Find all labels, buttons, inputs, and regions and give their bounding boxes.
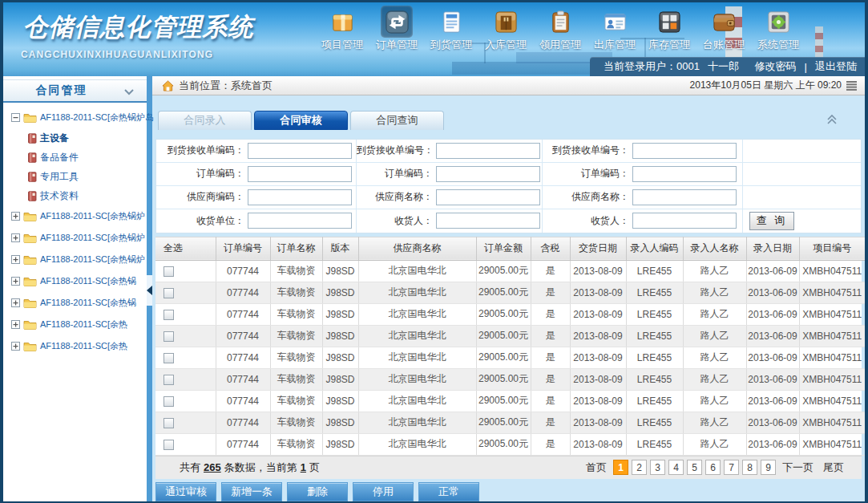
package-icon <box>330 10 355 34</box>
table-footer: 共有265条数据，当前第1页 首页123456789下一页尾页 <box>155 456 862 479</box>
nav-item-台账管理[interactable]: 台账管理 <box>696 6 751 52</box>
row-checkbox[interactable] <box>164 331 174 342</box>
row-checkbox[interactable] <box>164 418 174 428</box>
action-button-停用[interactable]: 停用 <box>353 482 414 501</box>
table-cell: 2013-06-09 <box>746 368 799 390</box>
table-cell: J98SD <box>322 390 358 412</box>
pager-page-1[interactable]: 1 <box>613 460 628 475</box>
tree-item[interactable]: 技术资料 <box>3 186 147 205</box>
form-input[interactable] <box>632 166 737 182</box>
current-user-label: 当前登录用户：0001 <box>604 59 700 74</box>
pager-page-3[interactable]: 3 <box>650 460 665 475</box>
logout-link[interactable]: 退出登陆 <box>815 59 857 74</box>
pager-page-9[interactable]: 9 <box>761 460 776 475</box>
nav-item-项目管理[interactable]: 项目管理 <box>315 6 369 52</box>
tree-item[interactable]: AF1188-2011-SC[余热 <box>3 314 147 335</box>
nav-item-领用管理[interactable]: 领用管理 <box>533 6 587 52</box>
table-cell: 是 <box>531 260 570 282</box>
tab-合同审核[interactable]: 合同审核 <box>254 111 348 130</box>
action-button-通过审核[interactable]: 通过审核 <box>155 482 216 501</box>
tree-item[interactable]: AF1188-2011-SC[余热锅炉 <box>3 249 147 270</box>
tree-item[interactable]: 备品备件 <box>3 148 147 167</box>
row-checkbox[interactable] <box>164 396 174 407</box>
column-header: 全选 <box>155 237 216 260</box>
table-cell: LRE455 <box>626 412 683 433</box>
plus-box-icon[interactable] <box>11 212 20 221</box>
nav-item-到货管理[interactable]: 到货管理 <box>424 6 478 52</box>
clipboard-icon <box>548 10 573 34</box>
minus-box-icon[interactable] <box>11 113 20 122</box>
form-input[interactable] <box>632 213 737 229</box>
pager-page-6[interactable]: 6 <box>705 460 721 475</box>
row-checkbox[interactable] <box>164 310 174 320</box>
pager-page-4[interactable]: 4 <box>668 460 684 475</box>
tab-合同查询[interactable]: 合同查询 <box>350 111 444 130</box>
change-password-link[interactable]: 修改密码 <box>755 59 797 74</box>
tree-item[interactable]: AF1188-2011-SC[余热 <box>3 335 147 357</box>
form-input[interactable] <box>436 213 540 229</box>
table-cell: LRE455 <box>626 433 683 455</box>
table-cell: J98SD <box>322 303 358 325</box>
menu-lines-icon[interactable] <box>846 81 857 91</box>
nav-item-出库管理[interactable]: 出库管理 <box>587 6 642 52</box>
table-cell: 车载物资 <box>270 325 322 347</box>
pager-page-7[interactable]: 7 <box>724 460 739 475</box>
column-header: 录入人编码 <box>626 237 683 260</box>
form-input[interactable] <box>248 213 352 229</box>
form-input[interactable] <box>632 143 737 159</box>
pager-first[interactable]: 首页 <box>586 460 607 475</box>
table-cell: 077744 <box>216 412 270 433</box>
tree-item[interactable]: AF1188-2011-SC[余热锅 <box>3 292 147 314</box>
search-button[interactable]: 查 询 <box>749 212 794 230</box>
action-button-正常[interactable]: 正常 <box>418 482 479 501</box>
plus-box-icon[interactable] <box>11 233 20 242</box>
form-input[interactable] <box>436 189 540 205</box>
plus-box-icon[interactable] <box>11 255 20 264</box>
tree-item[interactable]: AF1188-2011-SC[余热锅 <box>3 270 147 292</box>
nav-item-库存管理[interactable]: 库存管理 <box>642 6 696 52</box>
plus-box-icon[interactable] <box>11 298 20 307</box>
sidebar-scrollbar[interactable] <box>147 76 152 501</box>
action-button-删除[interactable]: 删除 <box>287 482 348 501</box>
nav-item-系统管理[interactable]: 系统管理 <box>751 6 805 52</box>
pager-page-8[interactable]: 8 <box>742 460 757 475</box>
tree-item[interactable]: AF1188-2011-SC[余热锅炉 <box>3 227 147 249</box>
row-checkbox[interactable] <box>164 288 174 298</box>
plus-box-icon[interactable] <box>11 320 20 329</box>
row-checkbox[interactable] <box>164 353 174 363</box>
tree-item[interactable]: 主设备 <box>3 128 147 148</box>
nav-item-入库管理[interactable]: 入库管理 <box>478 6 533 52</box>
table-cell: 北京国电华北 <box>358 282 476 303</box>
current-user-name: 十一郎 <box>708 59 739 74</box>
pager-page-2[interactable]: 2 <box>632 460 647 475</box>
sidebar-collapse-arrow-icon[interactable] <box>147 286 152 295</box>
row-checkbox[interactable] <box>164 266 174 277</box>
plus-box-icon[interactable] <box>11 342 20 351</box>
tree-item[interactable]: AF1188-2011-SC[余热锅炉岛 <box>3 107 147 128</box>
tab-合同录入[interactable]: 合同录入 <box>158 111 252 130</box>
form-input[interactable] <box>632 189 737 205</box>
pager-next[interactable]: 下一页 <box>782 460 813 475</box>
table-cell: 车载物资 <box>270 412 322 433</box>
row-checkbox[interactable] <box>164 440 174 450</box>
action-button-新增一条[interactable]: 新增一条 <box>221 482 282 501</box>
table-cell: LRE455 <box>626 325 683 347</box>
tree-item[interactable]: 专用工具 <box>3 167 147 186</box>
collapse-panel-icon[interactable] <box>826 114 838 125</box>
sidebar-header[interactable]: 合同管理 <box>3 79 147 103</box>
table-cell: 北京国电华北 <box>358 347 476 368</box>
top-nav: 项目管理订单管理到货管理入库管理领用管理出库管理库存管理台账管理系统管理 <box>315 6 805 52</box>
plus-box-icon[interactable] <box>11 277 20 286</box>
record-summary: 共有265条数据，当前第1页 <box>180 460 320 475</box>
form-input[interactable] <box>436 143 540 159</box>
pager-page-5[interactable]: 5 <box>687 460 702 475</box>
tree-item[interactable]: AF1188-2011-SC[余热锅炉 <box>3 205 147 227</box>
sidebar: 合同管理 AF1188-2011-SC[余热锅炉岛主设备备品备件专用工具技术资料… <box>3 76 152 501</box>
form-input[interactable] <box>248 189 352 205</box>
form-input[interactable] <box>248 166 352 182</box>
form-input[interactable] <box>436 166 540 182</box>
nav-item-订单管理[interactable]: 订单管理 <box>369 6 424 52</box>
row-checkbox[interactable] <box>164 375 174 385</box>
pager-last[interactable]: 尾页 <box>823 460 844 475</box>
form-input[interactable] <box>248 143 352 159</box>
